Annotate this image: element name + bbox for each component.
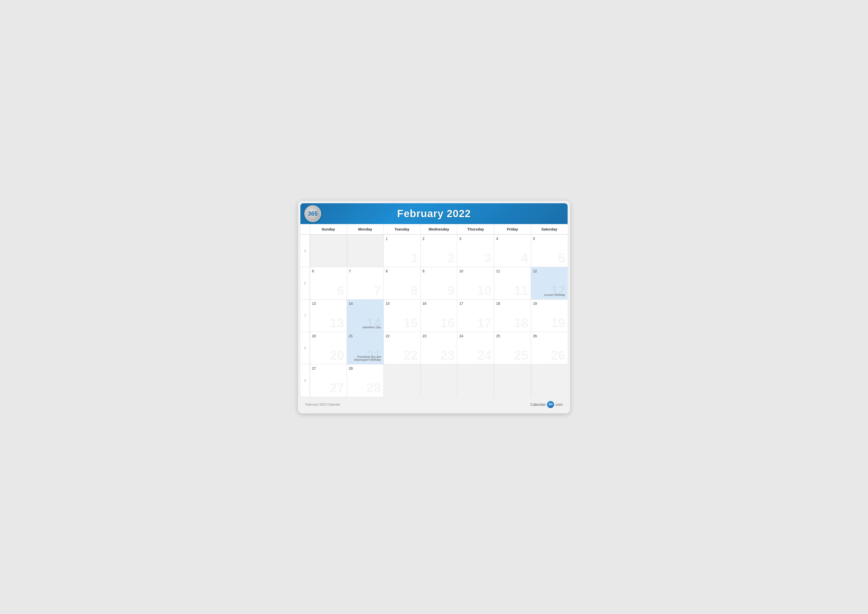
calendar-cell-1-0: 66	[310, 267, 347, 299]
cell-date-number: 16	[423, 302, 455, 306]
cell-watermark: 8	[411, 284, 418, 297]
calendar-cell-3-3: 2323	[420, 332, 457, 364]
cell-date-number: 19	[533, 302, 566, 306]
cell-watermark: 10	[477, 284, 491, 297]
brand-suffix: .com	[555, 402, 563, 407]
calendar-cell-0-6: 55	[531, 235, 567, 267]
cell-watermark: 7	[374, 284, 381, 297]
week-num-3: 8	[301, 332, 310, 364]
calendar-cell-4-5	[494, 364, 531, 396]
brand-badge: 365	[547, 401, 554, 408]
cell-date-number: 25	[496, 334, 529, 338]
cell-watermark: 28	[367, 381, 381, 394]
calendar-cell-0-0	[310, 235, 347, 267]
week-num-1: 6	[301, 267, 310, 299]
cell-date-number: 3	[459, 237, 492, 241]
cell-watermark: 25	[514, 349, 528, 362]
cell-date-number: 14	[349, 302, 381, 306]
day-headers-row: Sunday Monday Tuesday Wednesday Thursday…	[301, 224, 567, 235]
cell-date-number: 10	[459, 269, 492, 273]
calendar-cell-3-1: 2121Presidents Day and Washington's Birt…	[347, 332, 383, 364]
calendar-cell-3-0: 2020	[310, 332, 347, 364]
cell-watermark: 24	[477, 349, 491, 362]
footer-brand: Calendar- 365 .com	[530, 401, 563, 408]
calendar-cell-4-6	[531, 364, 567, 396]
cell-date-number: 1	[386, 237, 418, 241]
cell-watermark: 17	[477, 316, 491, 329]
cell-watermark: 5	[558, 252, 565, 264]
cell-date-number: 24	[459, 334, 492, 338]
calendar-grid: 51122334455666778899101011111212Lincoln'…	[301, 235, 567, 396]
calendar-cell-3-2: 2222	[383, 332, 420, 364]
calendar-header: 365 February 2022	[301, 203, 567, 224]
calendar-cell-3-4: 2424	[457, 332, 494, 364]
calendar-row-0: 51122334455	[301, 235, 567, 267]
cell-watermark: 15	[403, 316, 418, 329]
cell-watermark: 20	[330, 349, 344, 362]
calendar-cell-4-0: 2727	[310, 364, 347, 396]
calendar-cell-2-1: 1414Valentine's Day	[347, 300, 383, 332]
cell-date-number: 17	[459, 302, 492, 306]
calendar-cell-1-5: 1111	[494, 267, 531, 299]
day-header-monday: Monday	[347, 224, 383, 234]
week-num-0: 5	[301, 235, 310, 267]
cell-watermark: 9	[448, 284, 455, 297]
calendar-cell-1-1: 77	[347, 267, 383, 299]
cell-date-number: 20	[312, 334, 345, 338]
week-num-4: 9	[301, 364, 310, 396]
page-wrapper: 365 February 2022 Sunday Monday Tuesday …	[298, 201, 570, 413]
calendar-cell-0-4: 33	[457, 235, 494, 267]
calendar-row-1: 666778899101011111212Lincoln's Birthday	[301, 267, 567, 299]
cell-event: Presidents Day and Washington's Birthday	[348, 355, 381, 361]
cell-date-number: 15	[386, 302, 418, 306]
calendar-cell-0-2: 11	[383, 235, 420, 267]
cell-watermark: 2	[448, 252, 455, 264]
cell-event: Lincoln's Birthday	[544, 294, 565, 296]
calendar-row-3: 820202121Presidents Day and Washington's…	[301, 332, 567, 364]
cell-date-number: 5	[533, 237, 566, 241]
cell-watermark: 11	[514, 284, 528, 297]
cell-date-number: 12	[533, 269, 566, 273]
cell-date-number: 13	[312, 302, 345, 306]
header-title: February 2022	[397, 208, 471, 219]
calendar-cell-2-5: 1818	[494, 300, 531, 332]
cell-date-number: 8	[386, 269, 418, 273]
cell-date-number: 6	[312, 269, 345, 273]
footer: February 2022 Calendar Calendar- 365 .co…	[301, 398, 567, 411]
cell-date-number: 21	[349, 334, 381, 338]
calendar-cell-1-2: 88	[383, 267, 420, 299]
cell-date-number: 4	[496, 237, 529, 241]
cell-watermark: 26	[551, 349, 565, 362]
calendar-cell-4-1: 2828	[347, 364, 383, 396]
calendar-cell-4-4	[457, 364, 494, 396]
calendar-container: Sunday Monday Tuesday Wednesday Thursday…	[301, 224, 567, 396]
calendar-cell-1-4: 1010	[457, 267, 494, 299]
cell-watermark: 3	[484, 252, 491, 264]
cell-watermark: 22	[403, 349, 418, 362]
day-header-saturday: Saturday	[531, 224, 567, 234]
calendar-cell-2-4: 1717	[457, 300, 494, 332]
cell-watermark: 1	[411, 252, 418, 264]
footer-label: February 2022 Calendar	[305, 403, 340, 406]
day-header-thursday: Thursday	[457, 224, 494, 234]
calendar-row-2: 713131414Valentine's Day1515161617171818…	[301, 299, 567, 332]
cell-watermark: 27	[330, 381, 344, 394]
calendar-cell-3-5: 2525	[494, 332, 531, 364]
logo-badge: 365	[304, 205, 321, 222]
calendar-cell-2-6: 1919	[531, 300, 567, 332]
calendar-cell-4-2	[383, 364, 420, 396]
cell-date-number: 9	[423, 269, 455, 273]
cell-date-number: 27	[312, 367, 345, 370]
calendar-cell-2-2: 1515	[383, 300, 420, 332]
calendar-cell-3-6: 2626	[531, 332, 567, 364]
calendar-cell-4-3	[420, 364, 457, 396]
cell-date-number: 28	[349, 367, 381, 370]
day-header-wednesday: Wednesday	[420, 224, 457, 234]
brand-prefix: Calendar-	[530, 402, 547, 407]
calendar-cell-1-6: 1212Lincoln's Birthday	[531, 267, 567, 299]
cell-watermark: 18	[514, 316, 528, 329]
calendar-cell-0-1	[347, 235, 383, 267]
cell-watermark: 6	[337, 284, 344, 297]
cell-watermark: 16	[440, 316, 455, 329]
cell-date-number: 26	[533, 334, 566, 338]
